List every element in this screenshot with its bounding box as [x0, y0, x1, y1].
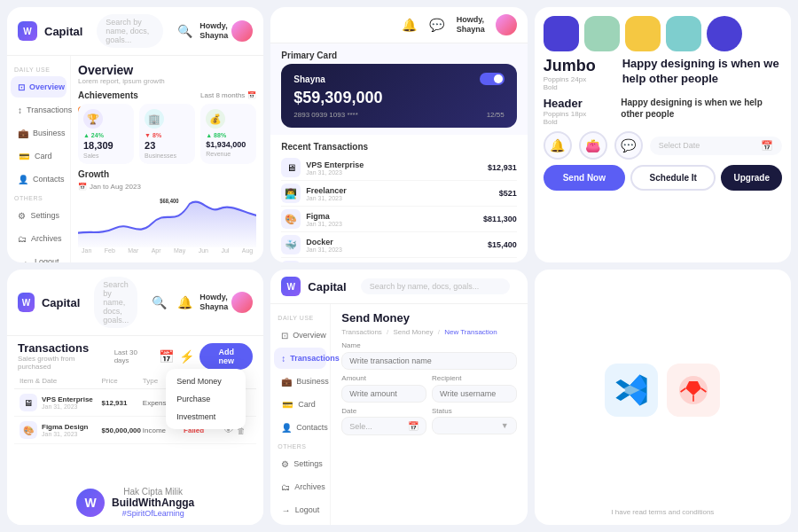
growth-date: 📅 Jan to Aug 2023	[78, 183, 256, 191]
swatch-purple	[544, 16, 579, 51]
status-select[interactable]: ▼	[432, 417, 517, 434]
dropdown-investment[interactable]: Investment	[169, 408, 242, 426]
recipient-input[interactable]	[432, 385, 517, 403]
achievement-sales: 🏆 ▲ 24% 18,309 Sales	[78, 104, 134, 164]
send-now-button[interactable]: Send Now	[544, 165, 625, 191]
archives-icon-2: 🗂	[281, 481, 290, 493]
bell-icon[interactable]: 🔔	[402, 18, 417, 32]
achievements-list: 🏆 ▲ 24% 18,309 Sales 🏢 ▼ 8% 23 Businesse…	[78, 104, 256, 164]
search-icon[interactable]: 🔍	[177, 24, 192, 38]
sidebar2-transactions[interactable]: ↕ Transactions 9	[274, 348, 326, 369]
sidebar2-settings[interactable]: ⚙ Settings	[274, 453, 326, 474]
trans-list-header: W Capital Search by name, docs, goals...…	[7, 270, 263, 336]
sidebar-item-label: Logout	[35, 257, 59, 262]
logo-text-2: Capital	[42, 296, 80, 309]
revenue-trend: ▲ 88%	[206, 132, 251, 138]
search-placeholder-3: Search by name, docs, goals...	[370, 282, 480, 291]
sidebar-item-contacts[interactable]: 👤 Contacts	[11, 168, 66, 190]
amount-group: Amount	[341, 374, 426, 403]
dropdown-purchase[interactable]: Purchase	[169, 390, 242, 408]
overview-icon: ⊡	[18, 81, 25, 93]
bell-icon-2[interactable]: 🔔	[177, 295, 192, 309]
vps-icon: 🖥	[281, 158, 301, 177]
sidebar2-contacts[interactable]: 👤 Contacts	[274, 417, 326, 438]
upgrade-button[interactable]: Upgrade	[721, 165, 782, 191]
logo-text: Capital	[44, 25, 82, 38]
send-money-form: Send Money Transactions / Send Money / N…	[331, 304, 527, 525]
sidebar: Daily Use ⊡ Overview ↕ Transactions 9 💼 …	[7, 56, 71, 262]
sidebar2-business[interactable]: 💼 Business	[274, 371, 326, 392]
sidebar2-overview[interactable]: ⊡ Overview	[274, 325, 326, 346]
period-label-2: Last 30 days	[114, 348, 153, 364]
bell-notif-icon[interactable]: 🔔	[544, 131, 572, 160]
date-input-area[interactable]: Select Date 📅	[650, 137, 782, 155]
search-bar-3[interactable]: Search by name, docs, goals...	[361, 278, 510, 294]
bc-transactions[interactable]: Transactions	[341, 328, 382, 336]
avatar	[231, 20, 253, 42]
amount-input[interactable]	[341, 385, 426, 403]
sidebar-item-card[interactable]: 💳 Card	[11, 145, 66, 167]
row2-icon: 🎨	[20, 421, 37, 439]
design-panel: Jumbo Poppins 24px Bold Happy designing …	[535, 7, 791, 262]
sidebar-item-overview[interactable]: ⊡ Overview	[11, 76, 66, 98]
sales-icon: 🏆	[83, 109, 103, 129]
chat-icon[interactable]: 💬	[614, 131, 643, 160]
watermark-line1: Hak Cipta Milik	[112, 487, 194, 497]
credit-card: Shayna $59,309,000 2893 0939 1093 **** 1…	[281, 64, 516, 128]
search-bar[interactable]: Search by name, docs, goals...	[97, 14, 163, 48]
search-placeholder: Search by name, docs, goals...	[106, 18, 154, 44]
terms-label: I have read terms and conditions	[611, 508, 714, 516]
achievements-section-header: Achievements Last 8 months 📅	[78, 90, 256, 100]
sidebar-item-business[interactable]: 💼 Business	[11, 122, 66, 144]
search-icon-2[interactable]: 🔍	[152, 295, 167, 309]
search-placeholder-2: Search by name, docs, goals...	[103, 280, 129, 325]
sidebar-item-label: Overview	[293, 331, 326, 340]
add-new-button[interactable]: Add new	[200, 343, 253, 370]
others-label-2: Others	[270, 440, 330, 451]
filter-icon[interactable]: ⚡	[179, 349, 194, 364]
sidebar-item-settings[interactable]: ⚙ Settings	[11, 205, 66, 226]
name-input[interactable]	[341, 352, 516, 370]
logout-icon: →	[18, 255, 30, 262]
wallet-icon[interactable]: 👛	[579, 131, 607, 160]
calendar-icon-3: 📅	[408, 421, 419, 431]
message-icon[interactable]: 💬	[429, 18, 444, 32]
transactions-icon-2: ↕	[281, 352, 286, 364]
sidebar-item-transactions[interactable]: ↕ Transactions 9	[11, 99, 66, 121]
notification-row: 🔔 👛 💬 Select Date 📅	[544, 131, 782, 160]
sidebar2-archives[interactable]: 🗂 Archives	[274, 476, 326, 497]
sidebar-item-label: Business	[33, 129, 66, 137]
trans-header-actions: Last 30 days 📅 ⚡ Add new Send Money Purc…	[114, 342, 254, 370]
calendar-icon-2[interactable]: 📅	[159, 349, 174, 364]
search-bar-2[interactable]: Search by name, docs, goals...	[94, 277, 137, 328]
calendar-icon: 📅	[761, 140, 773, 152]
businesses-label: Businesses	[145, 153, 190, 159]
achievement-revenue: 💰 ▲ 88% $1,934,000 Revenue	[200, 104, 256, 164]
watermark-line3: #SpiritOfLearning	[112, 509, 194, 518]
sidebar2-card[interactable]: 💳 Card	[274, 394, 326, 415]
typography-row: Jumbo Poppins 24px Bold Happy designing …	[544, 57, 782, 91]
send-money-panel: W Capital Search by name, docs, goals...…	[270, 270, 527, 525]
dash-body: Daily Use ⊡ Overview ↕ Transactions 9 💼 …	[7, 56, 263, 262]
sidebar-item-archives[interactable]: 🗂 Archives	[11, 228, 66, 249]
logo-icons-row	[544, 278, 782, 501]
bc-send-money[interactable]: Send Money	[394, 328, 434, 336]
sidebar2-logout[interactable]: → Logout	[274, 499, 326, 520]
add-new-container: Add new Send Money Purchase Investment	[200, 342, 253, 370]
schedule-button[interactable]: Schedule It	[630, 165, 716, 191]
date-field[interactable]: Sele... 📅	[341, 417, 426, 435]
revenue-icon: 💰	[206, 109, 225, 129]
businesses-icon: 🏢	[145, 109, 164, 129]
breadcrumb: Transactions / Send Money / New Transact…	[341, 328, 516, 336]
cc-toggle[interactable]	[480, 73, 505, 85]
row1-icon: 🖥	[20, 394, 37, 411]
user-greeting-2: Howdy, Shayna	[457, 15, 485, 35]
date-label: Date	[341, 407, 426, 415]
user-area-2: Howdy, Shayna	[200, 292, 253, 313]
sidebar-item-label: Card	[35, 152, 52, 160]
watermark-logo: W	[76, 489, 105, 517]
send-money-header: W Capital Search by name, docs, goals...	[270, 270, 527, 304]
sidebar-item-logout[interactable]: → Logout	[11, 251, 66, 262]
figma-amount: $811,300	[483, 215, 517, 223]
dropdown-send-money[interactable]: Send Money	[169, 372, 242, 390]
